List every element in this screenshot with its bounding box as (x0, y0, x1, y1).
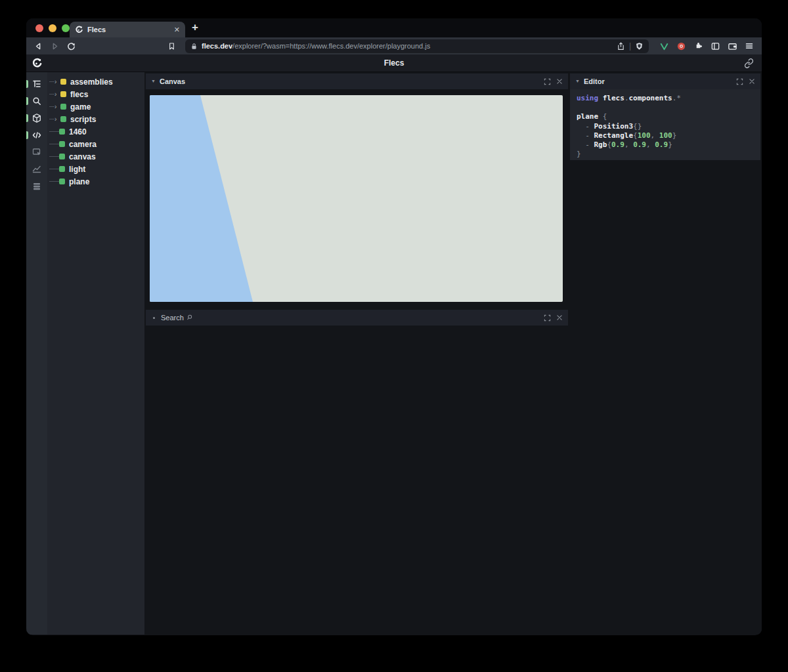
canvas-3d-view[interactable] (150, 95, 563, 302)
expand-chevron-icon[interactable]: › (55, 91, 59, 98)
close-panel-icon[interactable] (556, 314, 563, 321)
permalink-icon[interactable] (744, 58, 754, 68)
entity-type-icon (59, 178, 65, 184)
reload-button[interactable] (66, 41, 77, 52)
tree-row[interactable]: › flecs (47, 88, 144, 100)
fullscreen-icon[interactable] (544, 314, 551, 322)
close-panel-icon[interactable] (749, 78, 755, 85)
tree-row[interactable]: 1460 (47, 125, 144, 138)
page-title: Flecs (384, 58, 405, 68)
url-domain: flecs.dev (202, 42, 232, 50)
traffic-lights (35, 24, 70, 32)
extensions-puzzle-icon[interactable] (692, 40, 704, 52)
expand-chevron-icon[interactable]: › (55, 103, 59, 110)
sidebar-item-entities[interactable] (26, 110, 47, 127)
sidebar-item-stats[interactable] (26, 161, 47, 178)
sidebar-item-code[interactable] (26, 127, 47, 144)
rendered-scene (150, 95, 563, 302)
sidebar-item-tables[interactable] (26, 178, 47, 195)
tree-guide-line (49, 131, 59, 132)
tab-bar: Flecs ✕ + (26, 18, 762, 37)
code-editor[interactable]: using flecs.components.* plane { - Posit… (570, 89, 760, 160)
lock-icon (190, 43, 198, 50)
tree-row[interactable]: light (47, 163, 144, 175)
left-icon-sidebar (26, 72, 47, 635)
zoom-window-button[interactable] (62, 24, 70, 32)
entity-label: light (69, 165, 85, 174)
sidebar-item-search[interactable] (26, 93, 47, 110)
app-header: Flecs (26, 54, 762, 72)
chart-icon (32, 164, 42, 175)
rows-icon (32, 181, 42, 192)
fullscreen-icon[interactable] (736, 78, 743, 85)
entity-type-icon (59, 154, 65, 159)
collapse-chevron-icon[interactable]: ▼ (575, 79, 580, 83)
tree-row[interactable]: › scripts (47, 113, 144, 125)
new-tab-button[interactable]: + (192, 21, 198, 34)
search-glass-icon (186, 314, 193, 321)
share-icon[interactable] (617, 42, 625, 51)
close-window-button[interactable] (35, 24, 43, 32)
tree-row[interactable]: plane (47, 175, 144, 188)
url-text: flecs.dev/explorer/?wasm=https://www.fle… (202, 42, 613, 50)
cube-icon (32, 113, 42, 123)
tree-icon (32, 79, 42, 89)
red-extension-icon[interactable] (675, 40, 687, 52)
entity-type-icon (59, 129, 65, 135)
fullscreen-icon[interactable] (544, 78, 551, 85)
wallet-icon[interactable] (726, 40, 738, 52)
collapse-chevron-icon[interactable]: ▼ (151, 79, 156, 83)
tree-guide-line (49, 94, 55, 94)
sidebar-item-inspect[interactable] (26, 144, 47, 161)
tree-guide-line (49, 81, 55, 82)
entity-label: camera (69, 140, 97, 149)
url-bar[interactable]: flecs.dev/explorer/?wasm=https://www.fle… (185, 39, 649, 53)
sidebar-item-tree[interactable] (26, 75, 47, 93)
entity-tree-panel: › assemblies › flecs › game › (47, 72, 144, 635)
app-content: › assemblies › flecs › game › (26, 72, 762, 635)
entity-type-icon (59, 166, 65, 172)
entity-label: scripts (70, 115, 96, 124)
entity-label: 1460 (69, 127, 87, 136)
tree-row[interactable]: canvas (47, 150, 144, 163)
entity-type-icon (59, 141, 65, 147)
search-icon (32, 96, 42, 106)
inspect-icon (32, 147, 42, 158)
collapsed-dot-icon[interactable] (153, 317, 155, 319)
search-panel-title: Search (161, 314, 540, 322)
browser-window: Flecs ✕ + flecs.dev/explorer/?wasm=https… (26, 18, 762, 635)
active-indicator (26, 80, 28, 88)
tree-guide-line (49, 156, 59, 157)
tree-guide-line (49, 106, 55, 107)
code-icon (32, 130, 42, 140)
tree-row[interactable]: › assemblies (47, 75, 144, 88)
bookmark-icon[interactable] (166, 41, 177, 52)
tree-guide-line (49, 181, 59, 182)
search-panel-header: Search (146, 310, 568, 326)
favicon-flecs-icon (75, 26, 83, 34)
tab-close-icon[interactable]: ✕ (174, 26, 180, 34)
close-panel-icon[interactable] (556, 78, 563, 85)
expand-chevron-icon[interactable]: › (55, 78, 59, 85)
main-area: ▼ Canvas Search (144, 72, 762, 635)
browser-toolbar: flecs.dev/explorer/?wasm=https://www.fle… (26, 37, 762, 54)
back-button[interactable] (33, 41, 44, 52)
tree-row[interactable]: › game (47, 100, 144, 113)
entity-label: game (70, 102, 91, 112)
tab-title: Flecs (87, 26, 170, 33)
forward-button[interactable] (49, 41, 60, 52)
tab-flecs[interactable]: Flecs ✕ (70, 22, 185, 37)
entity-label: flecs (70, 90, 88, 99)
active-indicator (26, 114, 28, 122)
sidebar-toggle-icon[interactable] (709, 40, 721, 52)
browser-menu-icon[interactable] (743, 40, 755, 52)
vue-devtools-icon[interactable] (658, 40, 670, 52)
entity-type-icon (60, 91, 66, 97)
entity-type-icon (60, 79, 66, 85)
brave-shield-icon[interactable] (635, 42, 644, 51)
expand-chevron-icon[interactable]: › (55, 116, 59, 123)
canvas-panel-title: Canvas (160, 77, 540, 85)
minimize-window-button[interactable] (49, 24, 56, 32)
entity-label: plane (69, 177, 89, 186)
tree-row[interactable]: camera (47, 138, 144, 150)
